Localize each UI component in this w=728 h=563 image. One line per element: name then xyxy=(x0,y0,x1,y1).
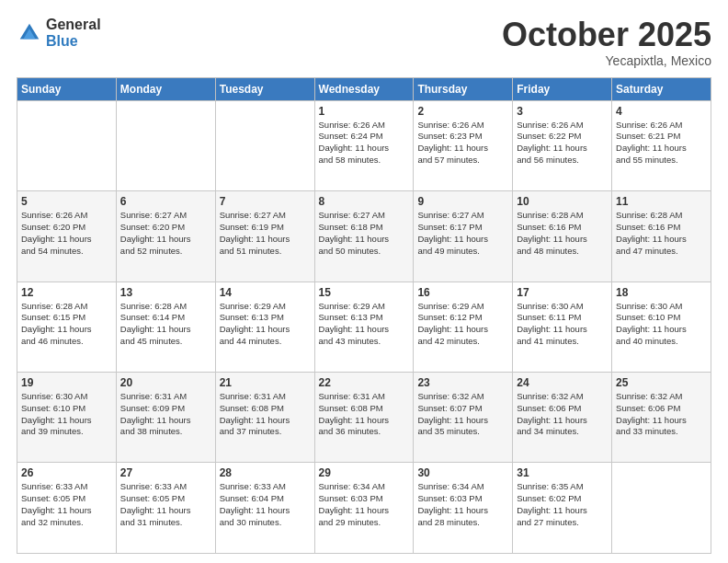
logo-icon xyxy=(17,20,42,46)
day-info: Sunrise: 6:32 AM Sunset: 6:06 PM Dayligh… xyxy=(616,391,707,438)
calendar-day-cell: 15Sunrise: 6:29 AM Sunset: 6:13 PM Dayli… xyxy=(314,282,414,372)
calendar-day-cell: 24Sunrise: 6:32 AM Sunset: 6:06 PM Dayli… xyxy=(513,373,612,463)
day-number: 3 xyxy=(517,105,608,118)
calendar-day-cell: 22Sunrise: 6:31 AM Sunset: 6:08 PM Dayli… xyxy=(314,373,414,463)
calendar: SundayMondayTuesdayWednesdayThursdayFrid… xyxy=(17,77,711,554)
calendar-day-cell: 1Sunrise: 6:26 AM Sunset: 6:24 PM Daylig… xyxy=(314,100,414,190)
logo-blue-text: Blue xyxy=(46,33,101,50)
day-number: 6 xyxy=(120,195,211,208)
day-number: 18 xyxy=(616,286,707,299)
day-info: Sunrise: 6:30 AM Sunset: 6:10 PM Dayligh… xyxy=(616,301,707,348)
calendar-day-cell: 29Sunrise: 6:34 AM Sunset: 6:03 PM Dayli… xyxy=(314,463,414,554)
logo-general-text: General xyxy=(46,17,101,33)
day-info: Sunrise: 6:30 AM Sunset: 6:11 PM Dayligh… xyxy=(517,301,608,348)
calendar-day-cell: 7Sunrise: 6:27 AM Sunset: 6:19 PM Daylig… xyxy=(215,191,314,282)
calendar-day-cell: 23Sunrise: 6:32 AM Sunset: 6:07 PM Dayli… xyxy=(414,373,513,463)
calendar-header-row: SundayMondayTuesdayWednesdayThursdayFrid… xyxy=(17,77,711,100)
calendar-week-row: 19Sunrise: 6:30 AM Sunset: 6:10 PM Dayli… xyxy=(17,373,711,463)
calendar-day-cell: 30Sunrise: 6:34 AM Sunset: 6:03 PM Dayli… xyxy=(414,463,513,554)
day-of-week-header: Tuesday xyxy=(215,77,314,100)
day-info: Sunrise: 6:27 AM Sunset: 6:17 PM Dayligh… xyxy=(417,210,508,257)
day-info: Sunrise: 6:27 AM Sunset: 6:19 PM Dayligh… xyxy=(220,210,311,257)
day-number: 21 xyxy=(220,376,311,389)
location: Yecapixtla, Mexico xyxy=(502,53,711,68)
calendar-day-cell xyxy=(116,100,215,190)
day-info: Sunrise: 6:31 AM Sunset: 6:08 PM Dayligh… xyxy=(220,391,311,438)
page: General Blue October 2025 Yecapixtla, Me… xyxy=(0,0,728,563)
day-number: 22 xyxy=(319,376,410,389)
header: General Blue October 2025 Yecapixtla, Me… xyxy=(17,17,711,68)
calendar-day-cell: 5Sunrise: 6:26 AM Sunset: 6:20 PM Daylig… xyxy=(17,191,117,282)
day-number: 16 xyxy=(417,286,508,299)
calendar-week-row: 26Sunrise: 6:33 AM Sunset: 6:05 PM Dayli… xyxy=(17,463,711,554)
day-info: Sunrise: 6:31 AM Sunset: 6:08 PM Dayligh… xyxy=(319,391,410,438)
day-number: 26 xyxy=(21,466,112,479)
day-number: 14 xyxy=(220,286,311,299)
day-number: 29 xyxy=(319,466,410,479)
calendar-day-cell: 26Sunrise: 6:33 AM Sunset: 6:05 PM Dayli… xyxy=(17,463,117,554)
day-info: Sunrise: 6:35 AM Sunset: 6:02 PM Dayligh… xyxy=(517,481,608,528)
day-number: 2 xyxy=(417,105,508,118)
calendar-day-cell: 27Sunrise: 6:33 AM Sunset: 6:05 PM Dayli… xyxy=(116,463,215,554)
day-number: 19 xyxy=(21,376,112,389)
calendar-day-cell: 8Sunrise: 6:27 AM Sunset: 6:18 PM Daylig… xyxy=(314,191,414,282)
calendar-day-cell: 16Sunrise: 6:29 AM Sunset: 6:12 PM Dayli… xyxy=(414,282,513,372)
day-info: Sunrise: 6:29 AM Sunset: 6:13 PM Dayligh… xyxy=(220,301,311,348)
day-number: 8 xyxy=(319,195,410,208)
day-number: 10 xyxy=(517,195,608,208)
calendar-day-cell: 2Sunrise: 6:26 AM Sunset: 6:23 PM Daylig… xyxy=(414,100,513,190)
day-info: Sunrise: 6:33 AM Sunset: 6:04 PM Dayligh… xyxy=(220,481,311,528)
day-info: Sunrise: 6:26 AM Sunset: 6:22 PM Dayligh… xyxy=(517,120,608,167)
logo: General Blue xyxy=(17,17,101,49)
day-info: Sunrise: 6:32 AM Sunset: 6:06 PM Dayligh… xyxy=(517,391,608,438)
day-number: 9 xyxy=(417,195,508,208)
day-info: Sunrise: 6:31 AM Sunset: 6:09 PM Dayligh… xyxy=(120,391,211,438)
day-of-week-header: Thursday xyxy=(414,77,513,100)
day-info: Sunrise: 6:34 AM Sunset: 6:03 PM Dayligh… xyxy=(319,481,410,528)
day-info: Sunrise: 6:29 AM Sunset: 6:13 PM Dayligh… xyxy=(319,301,410,348)
calendar-day-cell: 25Sunrise: 6:32 AM Sunset: 6:06 PM Dayli… xyxy=(612,373,711,463)
day-of-week-header: Wednesday xyxy=(314,77,414,100)
day-info: Sunrise: 6:32 AM Sunset: 6:07 PM Dayligh… xyxy=(417,391,508,438)
day-info: Sunrise: 6:28 AM Sunset: 6:16 PM Dayligh… xyxy=(616,210,707,257)
day-number: 15 xyxy=(319,286,410,299)
calendar-day-cell: 3Sunrise: 6:26 AM Sunset: 6:22 PM Daylig… xyxy=(513,100,612,190)
calendar-day-cell: 19Sunrise: 6:30 AM Sunset: 6:10 PM Dayli… xyxy=(17,373,117,463)
day-number: 5 xyxy=(21,195,112,208)
calendar-day-cell xyxy=(17,100,117,190)
day-number: 13 xyxy=(120,286,211,299)
day-number: 20 xyxy=(120,376,211,389)
day-info: Sunrise: 6:26 AM Sunset: 6:23 PM Dayligh… xyxy=(417,120,508,167)
day-info: Sunrise: 6:34 AM Sunset: 6:03 PM Dayligh… xyxy=(417,481,508,528)
calendar-day-cell: 28Sunrise: 6:33 AM Sunset: 6:04 PM Dayli… xyxy=(215,463,314,554)
day-number: 25 xyxy=(616,376,707,389)
calendar-day-cell: 31Sunrise: 6:35 AM Sunset: 6:02 PM Dayli… xyxy=(513,463,612,554)
calendar-day-cell: 13Sunrise: 6:28 AM Sunset: 6:14 PM Dayli… xyxy=(116,282,215,372)
day-info: Sunrise: 6:26 AM Sunset: 6:21 PM Dayligh… xyxy=(616,120,707,167)
calendar-day-cell: 6Sunrise: 6:27 AM Sunset: 6:20 PM Daylig… xyxy=(116,191,215,282)
calendar-day-cell: 9Sunrise: 6:27 AM Sunset: 6:17 PM Daylig… xyxy=(414,191,513,282)
day-number: 1 xyxy=(319,105,410,118)
calendar-day-cell xyxy=(215,100,314,190)
day-info: Sunrise: 6:28 AM Sunset: 6:16 PM Dayligh… xyxy=(517,210,608,257)
calendar-week-row: 1Sunrise: 6:26 AM Sunset: 6:24 PM Daylig… xyxy=(17,100,711,190)
day-info: Sunrise: 6:28 AM Sunset: 6:14 PM Dayligh… xyxy=(120,301,211,348)
day-number: 28 xyxy=(220,466,311,479)
day-number: 12 xyxy=(21,286,112,299)
calendar-day-cell: 4Sunrise: 6:26 AM Sunset: 6:21 PM Daylig… xyxy=(612,100,711,190)
day-info: Sunrise: 6:29 AM Sunset: 6:12 PM Dayligh… xyxy=(417,301,508,348)
day-number: 11 xyxy=(616,195,707,208)
day-info: Sunrise: 6:27 AM Sunset: 6:18 PM Dayligh… xyxy=(319,210,410,257)
title-section: October 2025 Yecapixtla, Mexico xyxy=(502,17,711,68)
day-number: 23 xyxy=(417,376,508,389)
calendar-day-cell: 14Sunrise: 6:29 AM Sunset: 6:13 PM Dayli… xyxy=(215,282,314,372)
day-info: Sunrise: 6:30 AM Sunset: 6:10 PM Dayligh… xyxy=(21,391,112,438)
calendar-week-row: 5Sunrise: 6:26 AM Sunset: 6:20 PM Daylig… xyxy=(17,191,711,282)
day-info: Sunrise: 6:33 AM Sunset: 6:05 PM Dayligh… xyxy=(21,481,112,528)
day-of-week-header: Sunday xyxy=(17,77,117,100)
calendar-day-cell: 17Sunrise: 6:30 AM Sunset: 6:11 PM Dayli… xyxy=(513,282,612,372)
day-number: 17 xyxy=(517,286,608,299)
calendar-day-cell: 12Sunrise: 6:28 AM Sunset: 6:15 PM Dayli… xyxy=(17,282,117,372)
day-info: Sunrise: 6:27 AM Sunset: 6:20 PM Dayligh… xyxy=(120,210,211,257)
calendar-day-cell: 20Sunrise: 6:31 AM Sunset: 6:09 PM Dayli… xyxy=(116,373,215,463)
